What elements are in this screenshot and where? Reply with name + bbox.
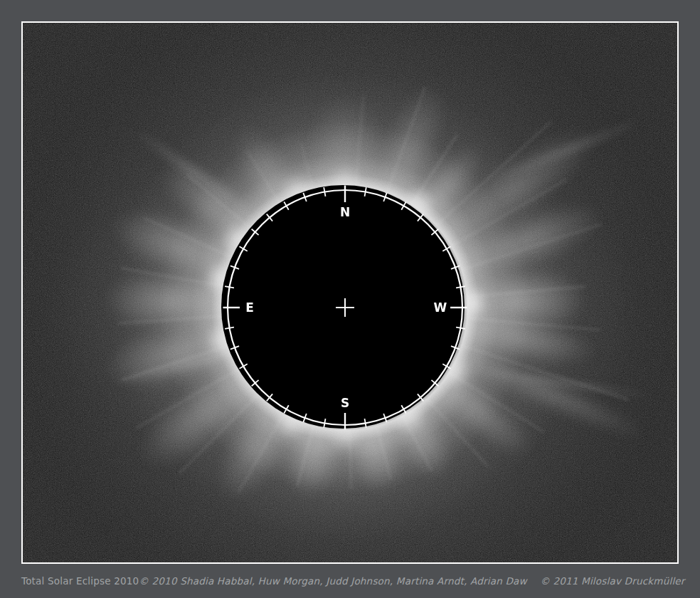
credit-photographer: © 2011 Miloslav Druckmüller [540,575,684,587]
caption-bar: Total Solar Eclipse 2010 © 2010 Shadia H… [21,570,679,592]
credit-observers: © 2010 Shadia Habbal, Huw Morgan, Judd J… [139,575,526,587]
compass-label-e: E [245,300,254,315]
photo-title: Total Solar Eclipse 2010 [21,575,139,587]
eclipse-photo: NWSE [21,21,679,564]
page: { "page": { "background": "#4e5053" }, "… [0,0,700,598]
compass-label-n: N [340,205,350,219]
eclipse-photo-canvas: NWSE [23,23,677,562]
photo-credits: © 2010 Shadia Habbal, Huw Morgan, Judd J… [139,575,684,587]
compass-label-w: W [434,300,447,315]
compass-label-s: S [341,396,349,410]
